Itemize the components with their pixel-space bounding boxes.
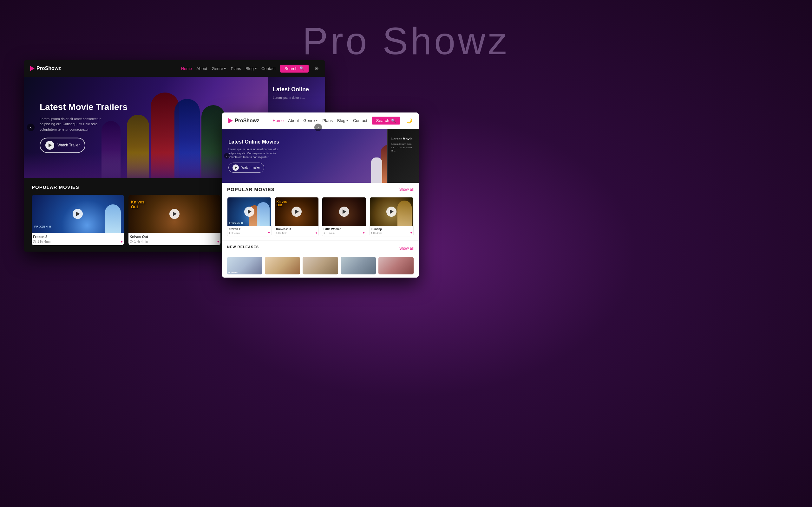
sec-blog-chevron: [346, 120, 349, 121]
main-hero-right-title: Latest Online: [273, 86, 320, 93]
nav-blog[interactable]: Blog: [246, 66, 257, 71]
sec-new-releases-section: NEW RELEASES Show all DOWNHILL: [222, 240, 419, 278]
frozen-play-overlay: [32, 195, 124, 233]
sec-women-meta: 1 Hr 4min ♥: [323, 231, 365, 234]
theme-toggle-icon[interactable]: ☀: [314, 66, 319, 72]
sec-frozen-play-overlay: [227, 198, 271, 226]
hero-prev-arrow[interactable]: ‹: [27, 124, 35, 131]
sec-jumanji-play-overlay: [370, 198, 414, 226]
sec-new-releases-row: DOWNHILL: [227, 257, 414, 274]
sec-theme-icon[interactable]: 🌙: [406, 118, 412, 124]
sec-women-info: Little Women 1 Hr 4min ♥: [322, 226, 366, 236]
sec-nav-contact[interactable]: Contact: [353, 118, 367, 123]
clock-icon-knives: [130, 240, 133, 243]
sec-hero-desc: Lorem ipsum dolor sit amet consectetur a…: [229, 147, 286, 159]
sec-nav-home[interactable]: Home: [273, 118, 284, 123]
sec-popular-title: POPULAR MOVIES: [227, 187, 275, 192]
sec-movie-jumanji[interactable]: Jumanji 1 Hr 4min ♥: [369, 197, 414, 236]
frozen2-heart-icon[interactable]: ♥: [120, 239, 123, 243]
sec-jumanji-heart[interactable]: ♥: [410, 231, 412, 234]
sec-frozen2-meta: 1 Hr 4min ♥: [229, 231, 270, 234]
sec-knives-info: Knives Out 1 Hr 4min ♥: [275, 226, 319, 236]
knives-name: Knives Out: [130, 235, 219, 239]
sec-watch-trailer-button[interactable]: Watch Trailer: [229, 163, 264, 173]
frozen2-duration: 1 Hr 4min: [33, 240, 51, 243]
sec-show-all-button[interactable]: Show all: [399, 187, 414, 192]
sec-movie-women[interactable]: Little Women 1 Hr 4min ♥: [322, 197, 366, 236]
sec-popular-header: POPULAR MOVIES Show all: [227, 187, 414, 192]
sec-search-button[interactable]: Search 🔍: [372, 117, 400, 124]
sec-women-heart[interactable]: ♥: [363, 231, 364, 234]
sec-women-duration: 1 Hr 4min: [323, 232, 335, 234]
sec-women-play-btn[interactable]: [339, 207, 349, 217]
main-logo[interactable]: ProShowz: [30, 66, 61, 71]
main-search-button[interactable]: Search 🔍: [280, 65, 309, 72]
movie-thumb-knives: KnivesOut: [129, 195, 221, 233]
nav-plans[interactable]: Plans: [231, 66, 241, 71]
sec-nav-plans[interactable]: Plans: [322, 118, 333, 123]
main-navbar: ProShowz Home About Genre Plans Blog Con…: [24, 60, 325, 77]
main-hero-content: Latest Movie Trailers Lorem ipsum dolor …: [40, 102, 128, 153]
sec-frozen2-info: Frozen 2 1 Hr 4min ♥: [227, 226, 271, 236]
sec-knives-duration: 1 Hr 4min: [276, 232, 287, 234]
sec-knives-play-tri: [295, 210, 299, 214]
knives-heart-icon[interactable]: ♥: [217, 239, 219, 243]
sec-nav-about[interactable]: About: [288, 118, 299, 123]
sec-knives-name: Knives Out: [276, 228, 317, 231]
frozen2-name: Frozen 2: [33, 235, 123, 239]
main-hero-right-content: Latest Online Lorem ipsum dolor si...: [268, 77, 325, 110]
sec-new-releases-show-all[interactable]: Show all: [399, 246, 414, 250]
knives-play-btn[interactable]: [169, 209, 180, 219]
knives-info: Knives Out 1 Hr 4min ♥: [129, 233, 221, 245]
sec-frozen2-heart[interactable]: ♥: [268, 231, 270, 234]
movie-card-knives[interactable]: KnivesOut Knives Out 1 Hr 4min: [129, 195, 221, 245]
frozen-play-btn[interactable]: [72, 209, 83, 219]
sec-hero-right-title: Latest Movie: [392, 137, 415, 141]
sec-genre-chevron: [315, 120, 318, 121]
nav-about[interactable]: About: [196, 66, 207, 71]
sec-women-name: Little Women: [323, 228, 365, 231]
sec-hero-right-content: Latest Movie Lorem ipsum dolor sit... Co…: [388, 129, 419, 160]
sec-movie-frozen2[interactable]: FROZEN II Frozen 2 1 Hr 4min ♥: [227, 197, 271, 236]
knives-duration: 1 Hr 4min: [130, 240, 148, 243]
sec-hero-prev-arrow[interactable]: ‹: [224, 153, 230, 159]
release-poster5[interactable]: [378, 257, 414, 274]
main-watch-trailer-button[interactable]: Watch Trailer: [40, 138, 85, 153]
sec-knives-play-overlay: [275, 198, 319, 226]
nav-genre[interactable]: Genre: [212, 66, 226, 71]
sec-movies-grid: FROZEN II Frozen 2 1 Hr 4min ♥: [227, 197, 414, 236]
clock-icon-frozen2: [33, 240, 36, 243]
sec-frozen-play-btn[interactable]: [244, 207, 254, 217]
blog-chevron-icon: [254, 68, 257, 69]
sec-movie-knives[interactable]: KnivesOut Knives Out 1 Hr 4min ♥: [275, 197, 319, 236]
sec-nav-blog[interactable]: Blog: [337, 118, 349, 123]
sec-women-play-overlay: [322, 198, 366, 226]
movie-card-frozen2[interactable]: FROZEN II Frozen 2 1 Hr 4min ♥: [32, 195, 124, 245]
secondary-logo-icon: [229, 118, 233, 123]
secondary-logo[interactable]: ProShowz: [229, 118, 259, 124]
release-poster2[interactable]: [265, 257, 300, 274]
nav-home[interactable]: Home: [181, 66, 192, 71]
hero-next-arrow[interactable]: ›: [314, 124, 322, 131]
knives-play-triangle: [173, 212, 177, 216]
sec-frozen-play-tri: [248, 210, 252, 214]
sec-jumanji-play-btn[interactable]: [386, 207, 397, 217]
sec-knives-heart[interactable]: ♥: [316, 231, 317, 234]
play-triangle-icon: [49, 144, 52, 147]
page-title: Pro Showz: [0, 0, 812, 63]
sec-jumanji-duration: 1 Hr 4min: [371, 232, 382, 234]
release-poster3[interactable]: [303, 257, 338, 274]
sec-thumb-frozen2: FROZEN II: [227, 198, 271, 226]
release-downhill[interactable]: DOWNHILL: [227, 257, 262, 274]
sec-nav-genre[interactable]: Genre: [303, 118, 318, 123]
olaf-silhouette: [371, 158, 382, 183]
release-poster4[interactable]: [341, 257, 376, 274]
sec-frozen2-duration: 1 Hr 4min: [229, 232, 240, 234]
sec-knives-play-btn[interactable]: [292, 207, 302, 217]
secondary-window: ProShowz Home About Genre Plans Blog Con…: [222, 112, 419, 278]
sec-knives-meta: 1 Hr 4min ♥: [276, 231, 317, 234]
main-hero-title: Latest Movie Trailers: [40, 102, 128, 112]
sec-thumb-jumanji: [370, 198, 414, 226]
nav-contact[interactable]: Contact: [261, 66, 275, 71]
sec-search-icon: 🔍: [391, 118, 396, 123]
